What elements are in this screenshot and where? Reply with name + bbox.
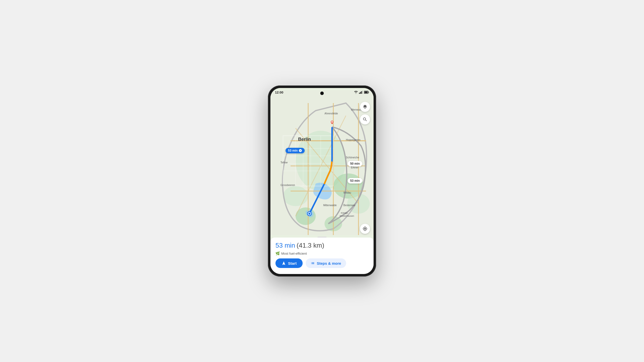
svg-text:Bestensee: Bestensee [343, 204, 355, 207]
route-label-alt1[interactable]: 50 min [348, 161, 362, 166]
location-button[interactable] [360, 224, 370, 234]
svg-point-10 [283, 186, 308, 206]
route-label-alt2-text: 53 min [350, 179, 360, 183]
fuel-label: Most fuel-efficient [281, 252, 307, 255]
layers-button[interactable] [360, 102, 370, 112]
fuel-row: 🌿 Most fuel-efficient [275, 251, 369, 255]
camera-notch [320, 92, 324, 95]
phone-screen: 12:00 [270, 88, 374, 274]
steps-button-label: Steps & more [317, 261, 341, 265]
svg-rect-0 [359, 93, 360, 94]
list-icon [311, 261, 315, 265]
svg-text:Wildau: Wildau [343, 191, 351, 194]
route-label-alt1-text: 50 min [350, 162, 360, 165]
search-button[interactable] [360, 114, 370, 124]
leaf-icon: 🌿 [275, 251, 280, 255]
svg-text:Hoppegarten: Hoppegarten [346, 139, 360, 141]
navigation-icon [281, 261, 286, 265]
route-duration: 53 min [275, 242, 295, 249]
svg-rect-6 [369, 92, 369, 93]
start-button[interactable]: Start [275, 258, 303, 268]
svg-rect-2 [361, 91, 362, 94]
map-area: Berlin Ahrensfelde Werneuchen Schöneiche… [270, 88, 374, 238]
svg-text:Teltow: Teltow [280, 161, 288, 164]
svg-point-33 [308, 213, 310, 215]
svg-text:Königs: Königs [341, 212, 348, 214]
svg-point-31 [331, 121, 333, 123]
svg-text:Erkner: Erkner [351, 166, 358, 169]
status-time: 12:00 [275, 90, 283, 94]
svg-text:Ahrensfelde: Ahrensfelde [325, 112, 338, 115]
svg-text:Mittenwalde: Mittenwalde [323, 204, 337, 207]
svg-text:Berlin: Berlin [298, 137, 311, 142]
phone-wrapper: 12:00 [268, 85, 376, 277]
phone-frame: 12:00 [268, 85, 376, 277]
svg-text:Grossbeeren: Grossbeeren [280, 184, 295, 187]
location-icon [363, 226, 368, 231]
svg-text:Schöneiche: Schöneiche [346, 156, 359, 159]
battery-icon [364, 91, 369, 94]
steps-button[interactable]: Steps & more [306, 258, 346, 268]
bottom-panel: 53 min (41.3 km) 🌿 Most fuel-efficient S… [270, 238, 374, 274]
route-distance: (41.3 km) [297, 242, 324, 249]
action-buttons: Start Steps & more [275, 258, 369, 268]
svg-rect-3 [362, 91, 363, 94]
svg-rect-1 [360, 92, 361, 94]
route-label-active-text: 53 min [288, 149, 298, 152]
route-label-active[interactable]: 53 min [286, 148, 305, 153]
route-label-alt2[interactable]: 53 min [348, 178, 362, 184]
toll-icon [299, 149, 302, 152]
layers-icon [363, 104, 368, 109]
svg-text:Wusterhausen: Wusterhausen [340, 215, 354, 217]
svg-rect-5 [365, 92, 368, 93]
wifi-icon [354, 91, 358, 94]
status-icons [354, 91, 369, 94]
drag-handle[interactable] [317, 237, 327, 238]
search-icon [363, 117, 368, 122]
route-info-row: 53 min (41.3 km) [275, 242, 369, 249]
start-button-label: Start [288, 261, 297, 265]
signal-icon [359, 91, 363, 94]
